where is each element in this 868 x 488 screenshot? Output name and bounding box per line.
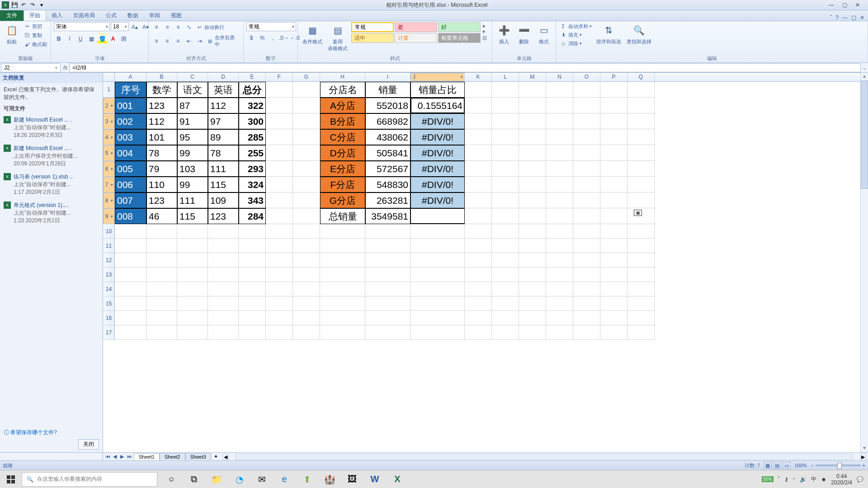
cell-O8[interactable] xyxy=(573,192,600,208)
cell-B2[interactable]: 123 xyxy=(146,98,177,113)
cell-C5[interactable]: 99 xyxy=(177,145,208,161)
currency-button[interactable]: $ xyxy=(246,33,256,43)
cell-G8[interactable] xyxy=(293,192,320,208)
cell-H10[interactable] xyxy=(320,224,365,239)
fill-button[interactable]: ⬇填充▾ xyxy=(559,31,593,39)
cell-M12[interactable] xyxy=(519,253,546,267)
cell-E2[interactable]: 322 xyxy=(239,98,266,113)
formula-expand[interactable]: ⌄ xyxy=(861,65,868,71)
cell-N15[interactable] xyxy=(546,296,573,311)
cell-G9[interactable] xyxy=(293,208,320,224)
tray-up-icon[interactable]: ˆ xyxy=(778,476,780,483)
cell-K15[interactable] xyxy=(465,296,492,311)
cell-A9[interactable]: 008 xyxy=(115,208,146,224)
row-header-14[interactable]: 14 xyxy=(103,282,115,296)
cell-Q16[interactable] xyxy=(627,311,655,325)
cell-K4[interactable] xyxy=(465,129,492,145)
style-calc[interactable]: 计算 xyxy=(395,33,437,43)
cell-H12[interactable] xyxy=(320,253,365,267)
cell-G15[interactable] xyxy=(293,296,320,311)
cell-O14[interactable] xyxy=(573,282,600,296)
ime-icon[interactable]: 中 xyxy=(811,475,816,483)
cell-C17[interactable] xyxy=(177,325,208,340)
number-format-select[interactable]: 常规 xyxy=(246,22,296,31)
column-header-D[interactable]: D xyxy=(208,73,239,81)
start-button[interactable] xyxy=(0,470,22,488)
cell-K10[interactable] xyxy=(465,224,492,239)
cell-P13[interactable] xyxy=(600,267,627,282)
cell-M6[interactable] xyxy=(519,161,546,177)
cell-O1[interactable] xyxy=(573,82,600,98)
cell-G3[interactable] xyxy=(293,113,320,129)
column-header-I[interactable]: I xyxy=(365,73,410,81)
align-right-button[interactable]: ≡ xyxy=(173,36,183,46)
cell-K5[interactable] xyxy=(465,145,492,161)
font-name-select[interactable]: 宋体 xyxy=(54,22,110,31)
cell-P8[interactable] xyxy=(600,192,627,208)
cell-Q11[interactable] xyxy=(627,239,655,253)
cell-L14[interactable] xyxy=(492,282,519,296)
cell-F12[interactable] xyxy=(266,253,293,267)
cell-H9[interactable]: 总销量 xyxy=(320,208,365,224)
hscroll-left[interactable]: ◀ xyxy=(222,454,229,460)
maximize-button[interactable]: ▢ xyxy=(842,2,847,8)
cell-O17[interactable] xyxy=(573,325,600,340)
cell-H14[interactable] xyxy=(320,282,365,296)
row-header-17[interactable]: 17 xyxy=(103,325,115,340)
notifications-icon[interactable]: 💬 xyxy=(857,476,863,483)
cell-C7[interactable]: 99 xyxy=(177,177,208,192)
cell-C10[interactable] xyxy=(177,224,208,239)
cell-E13[interactable] xyxy=(239,267,266,282)
fill-color-button[interactable]: 🪣 xyxy=(97,34,107,44)
cell-F14[interactable] xyxy=(266,282,293,296)
cell-L6[interactable] xyxy=(492,161,519,177)
redo-icon[interactable]: ↷ xyxy=(29,1,36,9)
sheet-tab-2[interactable]: Sheet2 xyxy=(160,453,185,460)
cell-N9[interactable] xyxy=(546,208,573,224)
cell-N11[interactable] xyxy=(546,239,573,253)
cell-M16[interactable] xyxy=(519,311,546,325)
cell-B3[interactable]: 112 xyxy=(146,113,177,129)
cell-L7[interactable] xyxy=(492,177,519,192)
cell-E1[interactable]: 总分 xyxy=(239,82,266,98)
cell-K2[interactable] xyxy=(465,98,492,113)
cell-E16[interactable] xyxy=(239,311,266,325)
cell-I6[interactable]: 572567 xyxy=(365,161,410,177)
cell-J9[interactable] xyxy=(410,208,465,224)
clear-button[interactable]: ◇清除▾ xyxy=(559,39,593,47)
tab-formula[interactable]: 公式 xyxy=(100,10,122,21)
word-icon[interactable]: W xyxy=(364,470,385,488)
cell-O4[interactable] xyxy=(573,129,600,145)
column-header-K[interactable]: K xyxy=(465,73,492,81)
align-center-button[interactable]: ≡ xyxy=(162,36,172,46)
column-header-J[interactable]: J xyxy=(410,73,465,81)
cell-E7[interactable]: 324 xyxy=(239,177,266,192)
cell-N16[interactable] xyxy=(546,311,573,325)
new-sheet-button[interactable]: ✦ xyxy=(211,454,221,460)
cell-H1[interactable]: 分店名 xyxy=(320,82,365,98)
cell-E11[interactable] xyxy=(239,239,266,253)
cell-G16[interactable] xyxy=(293,311,320,325)
cell-C14[interactable] xyxy=(177,282,208,296)
cell-F15[interactable] xyxy=(266,296,293,311)
row-header-7[interactable]: 7 xyxy=(103,177,115,192)
cell-L3[interactable] xyxy=(492,113,519,129)
cell-N10[interactable] xyxy=(546,224,573,239)
cell-I17[interactable] xyxy=(365,325,410,340)
cell-C6[interactable]: 103 xyxy=(177,161,208,177)
style-check[interactable]: 检查单元格 xyxy=(438,33,481,43)
cell-J17[interactable] xyxy=(410,325,465,340)
cell-I8[interactable]: 263281 xyxy=(365,192,410,208)
excel-taskbar-icon[interactable]: X xyxy=(387,470,408,488)
italic-button[interactable]: I xyxy=(65,34,75,44)
column-header-L[interactable]: L xyxy=(492,73,519,81)
minimize-button[interactable]: — xyxy=(829,2,834,8)
row-header-2[interactable]: 2 xyxy=(103,98,115,113)
cell-D12[interactable] xyxy=(208,253,239,267)
cell-A17[interactable] xyxy=(115,325,146,340)
cell-N1[interactable] xyxy=(546,82,573,98)
cell-M11[interactable] xyxy=(519,239,546,253)
view-layout[interactable]: ▤ xyxy=(773,462,781,469)
cell-E12[interactable] xyxy=(239,253,266,267)
cell-A10[interactable] xyxy=(115,224,146,239)
